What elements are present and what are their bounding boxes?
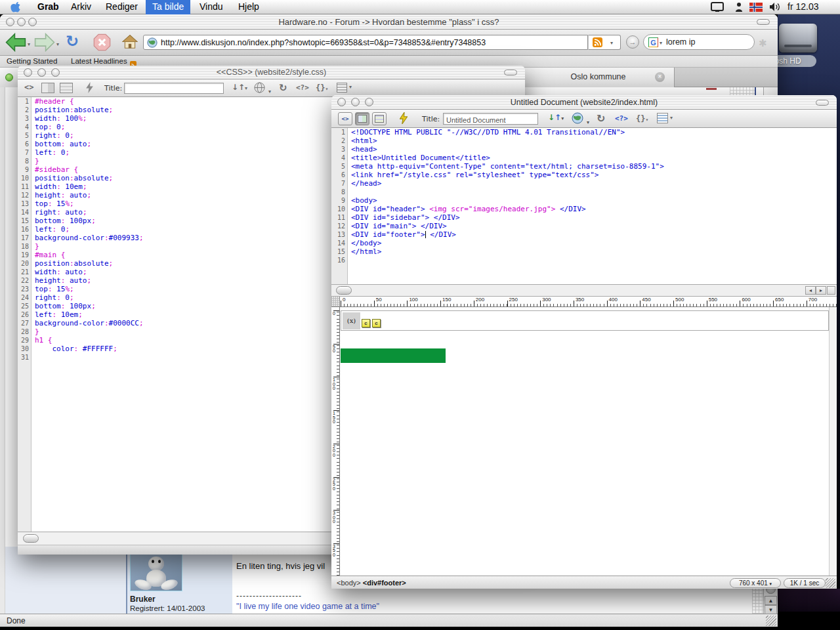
preview-globe-icon[interactable]: ▾ bbox=[572, 112, 589, 127]
window-size-selector[interactable]: 760 x 401 ▾ bbox=[730, 578, 781, 588]
design-view[interactable]: 0501001502002503003504004505005506006507… bbox=[331, 297, 837, 576]
code-navigation-icon[interactable]: {}▾ bbox=[636, 114, 648, 123]
html-code-editor[interactable]: 1<!DOCTYPE HTML PUBLIC "-//W3C//DTD HTML… bbox=[331, 128, 837, 284]
tab-close-icon[interactable]: × bbox=[655, 72, 665, 82]
design-view-icon[interactable] bbox=[60, 83, 73, 93]
back-icon[interactable] bbox=[5, 33, 26, 54]
norwegian-flag-icon[interactable] bbox=[749, 3, 763, 14]
line-number: 8 bbox=[18, 157, 32, 165]
tag-selector[interactable]: <body> <div#footer> bbox=[337, 579, 406, 587]
menu-arkiv[interactable]: Arkiv bbox=[64, 0, 98, 14]
css-window-title-bar[interactable]: <<CSS>> (website2/style.css) bbox=[18, 66, 525, 79]
html-window-title-bar[interactable]: Untitled Document (website2/index.html) bbox=[331, 95, 837, 110]
design-view-icon[interactable] bbox=[372, 112, 387, 125]
scrollbar-thumb[interactable] bbox=[336, 286, 352, 295]
toolbar-pill-button[interactable] bbox=[816, 100, 829, 106]
splitter-handle[interactable] bbox=[827, 286, 835, 295]
split-view-icon[interactable] bbox=[355, 112, 369, 125]
feed-box[interactable]: ▾ bbox=[588, 35, 621, 50]
bookmark-latest-headlines[interactable]: Latest Headlines bbox=[71, 57, 127, 65]
resize-grip[interactable] bbox=[766, 616, 776, 626]
back-dropdown-icon[interactable]: ▾ bbox=[28, 41, 30, 47]
scroll-up-icon[interactable]: ▲ bbox=[765, 596, 777, 605]
split-view-icon[interactable] bbox=[41, 83, 54, 93]
code-pane-scrollbar[interactable]: ◂ ▸ bbox=[331, 284, 837, 297]
line-number: 7 bbox=[18, 148, 32, 157]
forum-username[interactable]: Bruker bbox=[130, 595, 156, 604]
menu-hjelp[interactable]: Hjelp bbox=[232, 0, 266, 14]
search-input[interactable] bbox=[666, 36, 748, 48]
view-options-icon[interactable] bbox=[337, 83, 347, 93]
refresh-icon[interactable]: ↻ bbox=[597, 112, 605, 125]
line-number: 22 bbox=[18, 276, 32, 285]
hard-drive-icon[interactable] bbox=[779, 24, 817, 52]
live-data-bolt-icon[interactable] bbox=[86, 82, 93, 96]
url-input[interactable] bbox=[161, 35, 584, 49]
bookmark-getting-started[interactable]: Getting Started bbox=[7, 57, 57, 65]
refresh-icon[interactable]: ↻ bbox=[279, 82, 287, 94]
url-field[interactable] bbox=[143, 35, 588, 50]
tag-body[interactable]: <body> bbox=[337, 579, 361, 587]
design-canvas[interactable]: (x) c c bbox=[340, 307, 837, 576]
scroll-left-icon[interactable]: ◂ bbox=[805, 286, 816, 295]
home-icon[interactable] bbox=[122, 34, 138, 52]
design-scrollbar-track[interactable] bbox=[829, 307, 837, 576]
scroll-down-icon[interactable]: ▼ bbox=[765, 605, 777, 614]
code-line: 9<body> bbox=[331, 196, 837, 205]
scroll-right-icon[interactable]: ▸ bbox=[816, 286, 826, 295]
ruler-origin-corner[interactable] bbox=[331, 297, 340, 307]
broken-image-icon[interactable]: (x) bbox=[343, 312, 360, 329]
preview-globe-icon[interactable]: ▾ bbox=[254, 82, 271, 96]
doc-title-field[interactable] bbox=[443, 113, 538, 125]
search-engine-dropdown-icon[interactable]: ▾ bbox=[660, 40, 662, 46]
code-view-icon[interactable]: <> bbox=[338, 112, 352, 125]
avatar-figure-eye bbox=[158, 560, 161, 563]
tab-oslo-kommune[interactable]: Oslo kommune × bbox=[522, 68, 675, 87]
menu-app-name[interactable]: Grab bbox=[31, 0, 66, 14]
scrollbar-thumb[interactable] bbox=[23, 534, 39, 543]
code-view-icon[interactable]: <> bbox=[24, 83, 33, 92]
toolbar-pill-button[interactable] bbox=[757, 19, 770, 25]
view-options-icon[interactable] bbox=[657, 113, 668, 123]
html-window-title: Untitled Document (website2/index.html) bbox=[331, 98, 837, 107]
menu-vindu[interactable]: Vindu bbox=[193, 0, 230, 14]
invisible-element-marker-icon[interactable]: c bbox=[372, 319, 381, 327]
design-sidebar-div[interactable] bbox=[341, 348, 446, 363]
google-icon[interactable]: G bbox=[648, 37, 658, 47]
reference-icon[interactable]: <?> bbox=[296, 83, 309, 92]
go-button[interactable]: → bbox=[626, 35, 639, 49]
resize-grip[interactable] bbox=[826, 578, 835, 588]
line-number: 30 bbox=[18, 345, 32, 353]
doc-title-input[interactable] bbox=[125, 85, 223, 95]
reload-icon[interactable]: ↻ bbox=[66, 32, 79, 51]
user-menu-icon[interactable] bbox=[734, 2, 744, 15]
toolbar-pill-button[interactable] bbox=[504, 70, 517, 75]
invisible-element-marker-icon[interactable]: c bbox=[362, 319, 370, 327]
design-header-div[interactable]: (x) c c bbox=[341, 310, 829, 331]
rss-icon[interactable] bbox=[593, 37, 602, 50]
display-menu-icon[interactable] bbox=[711, 2, 724, 15]
menu-rediger[interactable]: Rediger bbox=[99, 0, 144, 14]
file-transfer-icon[interactable]: ↓↑▾ bbox=[548, 113, 564, 122]
page-left-edge bbox=[0, 87, 5, 614]
volume-menu-icon[interactable] bbox=[769, 2, 781, 14]
view-options-dropdown-icon[interactable]: ▾ bbox=[349, 84, 352, 90]
tag-div-footer[interactable]: <div#footer> bbox=[363, 579, 406, 587]
doc-title-field[interactable] bbox=[124, 83, 224, 94]
forward-dropdown-icon[interactable]: ▾ bbox=[56, 41, 59, 47]
forward-icon[interactable] bbox=[34, 33, 55, 54]
reference-icon[interactable]: <?> bbox=[615, 114, 628, 123]
doc-title-input[interactable] bbox=[444, 115, 537, 125]
live-data-bolt-icon[interactable] bbox=[400, 112, 408, 127]
file-transfer-icon[interactable]: ↓↑▾ bbox=[232, 83, 247, 92]
menu-ta-bilde[interactable]: Ta bilde bbox=[146, 0, 190, 14]
view-options-dropdown-icon[interactable]: ▾ bbox=[670, 115, 673, 121]
apple-menu-icon[interactable] bbox=[10, 1, 22, 12]
search-field[interactable]: G ▾ bbox=[643, 34, 755, 50]
code-navigation-icon[interactable]: {}▾ bbox=[316, 83, 328, 93]
feed-dropdown-icon[interactable]: ▾ bbox=[610, 40, 613, 46]
ruler-major-tick bbox=[740, 301, 740, 306]
browser-title-bar[interactable]: Hardware.no - Forum -> Hvordan bestemme … bbox=[0, 14, 778, 30]
menu-clock[interactable]: fr 12.03 bbox=[788, 0, 818, 14]
stop-icon[interactable] bbox=[93, 33, 111, 54]
